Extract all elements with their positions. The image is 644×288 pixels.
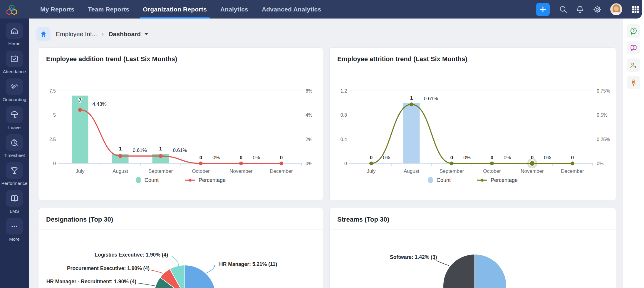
svg-text:0%: 0% <box>383 155 390 160</box>
nav-tabs: My ReportsTeam ReportsOrganization Repor… <box>40 0 321 19</box>
attendance-calendar-icon <box>10 54 19 63</box>
svg-text:September: September <box>148 168 173 174</box>
designations-card: Designations (Top 30) HR Manager: 5.21% … <box>38 208 323 288</box>
help-chat-question-icon[interactable]: ? <box>627 24 640 38</box>
svg-text:0: 0 <box>491 155 493 160</box>
module-sidebar: HomeAttendanceOnboardingLeaveTimesheetPe… <box>0 19 29 288</box>
svg-text:October: October <box>483 168 501 174</box>
sidebar-label: Home <box>8 41 20 46</box>
attrition-trend-chart: 1.20.75%0.80.5%0.40.25%00%JulyAugustSept… <box>334 83 610 185</box>
nav-tab-analytics[interactable]: Analytics <box>220 0 248 19</box>
svg-text:July: July <box>367 168 376 174</box>
svg-text:0: 0 <box>450 155 453 160</box>
apps-grid-icon[interactable] <box>631 0 640 19</box>
more-dots-icon <box>10 222 19 231</box>
svg-text:0%: 0% <box>504 155 511 160</box>
chart-legend: CountPercentage <box>330 177 616 183</box>
svg-text:0.8: 0.8 <box>341 113 347 118</box>
home-icon <box>10 26 19 35</box>
svg-text:0.4: 0.4 <box>341 137 347 142</box>
svg-text:0.61%: 0.61% <box>133 148 147 153</box>
svg-text:0%: 0% <box>306 161 312 166</box>
svg-text:7.5: 7.5 <box>49 88 56 93</box>
sidebar-item-performance: Performance <box>0 162 29 186</box>
breadcrumb-page[interactable]: Dashboard <box>108 31 141 38</box>
svg-text:July: July <box>76 168 85 174</box>
addition-trend-card: Employee addition trend (Last Six Months… <box>38 47 323 200</box>
nav-tab-my-reports[interactable]: My Reports <box>40 0 74 19</box>
people-logo-icon[interactable] <box>5 3 18 16</box>
svg-text:HR Manager - Recruitment: 1.90: HR Manager - Recruitment: 1.90% (4) <box>46 279 136 284</box>
svg-text:Procurement Executive: 1.90% (: Procurement Executive: 1.90% (4) <box>67 265 150 271</box>
svg-text:0.61%: 0.61% <box>424 96 438 101</box>
sidebar-tile-lms[interactable] <box>6 190 23 207</box>
svg-text:?: ? <box>632 45 634 49</box>
legend-item-count[interactable]: Count <box>136 177 159 183</box>
sidebar-label: Leave <box>8 125 21 130</box>
svg-text:0%: 0% <box>212 155 220 160</box>
notifications-bell-icon[interactable] <box>576 0 584 19</box>
search-icon[interactable] <box>559 0 568 19</box>
chevron-down-icon[interactable] <box>144 33 148 35</box>
sidebar-item-lms: LMS <box>0 190 29 214</box>
legend-item-count[interactable]: Count <box>428 177 451 183</box>
svg-text:0: 0 <box>53 161 56 166</box>
legend-item-percentage[interactable]: Percentage <box>477 177 518 183</box>
svg-text:HR Manager: 5.21% (11): HR Manager: 5.21% (11) <box>219 261 277 267</box>
sidebar-label: Timesheet <box>4 153 25 158</box>
breadcrumb-separator: › <box>102 30 104 38</box>
sidebar-item-more: More <box>0 218 29 242</box>
user-avatar[interactable] <box>610 3 622 15</box>
legend-label: Percentage <box>491 177 518 183</box>
breadcrumb-module[interactable]: Employee Inf... <box>56 31 97 38</box>
add-button[interactable] <box>536 3 550 16</box>
legend-swatch-icon <box>136 177 141 183</box>
svg-text:0: 0 <box>531 155 534 160</box>
legend-swatch-icon <box>428 177 433 183</box>
sidebar-tile-attendance[interactable] <box>6 51 23 67</box>
legend-label: Count <box>145 177 159 183</box>
sidebar-item-timesheet: Timesheet <box>0 134 29 158</box>
svg-text:September: September <box>440 168 464 174</box>
chart-legend: CountPercentage <box>38 177 323 183</box>
svg-text:7: 7 <box>79 98 81 103</box>
nav-tab-team-reports[interactable]: Team Reports <box>88 0 129 19</box>
sidebar-tile-onboarding[interactable] <box>6 78 23 95</box>
sidebar-tile-more[interactable] <box>6 218 23 235</box>
svg-text:0%: 0% <box>544 155 551 160</box>
svg-text:0%: 0% <box>597 161 603 166</box>
sidebar-tile-performance[interactable] <box>6 162 23 179</box>
svg-text:August: August <box>404 168 419 174</box>
svg-text:0: 0 <box>280 155 283 160</box>
addition-trend-chart: 7.56%54%2.52%00%JulyAugustSeptemberOctob… <box>43 83 319 185</box>
home-icon[interactable] <box>36 27 51 41</box>
nav-tab-organization-reports[interactable]: Organization Reports <box>143 0 207 19</box>
user-share-icon[interactable] <box>627 58 640 72</box>
whats-new-rocket-icon[interactable] <box>627 76 640 89</box>
svg-text:2%: 2% <box>306 137 312 142</box>
svg-text:0: 0 <box>344 161 347 166</box>
sidebar-tile-home[interactable] <box>6 23 23 39</box>
svg-text:0: 0 <box>199 155 202 160</box>
sidebar-tile-leave[interactable] <box>6 106 23 123</box>
legend-item-percentage[interactable]: Percentage <box>185 177 226 183</box>
top-nav: My ReportsTeam ReportsOrganization Repor… <box>0 0 642 19</box>
svg-text:1: 1 <box>119 146 122 152</box>
svg-text:1.2: 1.2 <box>341 88 347 93</box>
svg-text:0.25%: 0.25% <box>597 137 610 142</box>
faq-bubble-question-icon[interactable]: ? <box>627 41 640 54</box>
svg-text:5: 5 <box>53 113 56 118</box>
sidebar-item-onboarding: Onboarding <box>0 78 29 102</box>
svg-text:August: August <box>113 168 128 174</box>
nav-tab-advanced-analytics[interactable]: Advanced Analytics <box>262 0 321 19</box>
chart-title: Streams (Top 30) <box>330 208 616 229</box>
svg-text:December: December <box>270 168 293 174</box>
chart-title: Designations (Top 30) <box>38 208 323 229</box>
svg-text:0: 0 <box>571 155 574 160</box>
svg-text:4.43%: 4.43% <box>93 101 107 107</box>
settings-gear-icon[interactable] <box>593 0 602 19</box>
sidebar-tile-timesheet[interactable] <box>6 134 23 151</box>
chart-title: Employee attrition trend (Last Six Month… <box>330 48 616 69</box>
leave-umbrella-icon <box>10 110 19 119</box>
svg-text:6%: 6% <box>306 88 312 93</box>
